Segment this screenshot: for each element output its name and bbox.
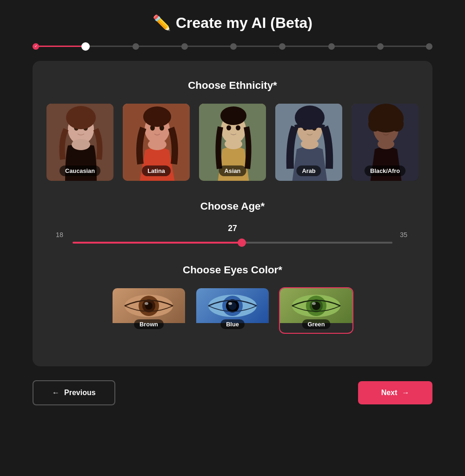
svg-point-15: [226, 126, 231, 131]
svg-point-33: [372, 104, 400, 122]
buttons-row: ← Previous Next →: [33, 380, 432, 405]
arrow-left-icon: ←: [52, 389, 60, 397]
page-title: ✏️ Create my AI (Beta): [153, 14, 312, 32]
ethnicity-title: Choose Ethnicity*: [51, 79, 414, 92]
green-eye-svg: [288, 292, 344, 320]
eyes-title: Choose Eyes Color*: [51, 264, 414, 276]
ethnicity-section: Choose Ethnicity*: [51, 79, 414, 182]
svg-point-6: [66, 106, 96, 129]
svg-point-17: [225, 139, 242, 149]
eye-card-green[interactable]: Green: [279, 287, 353, 334]
age-min: 18: [56, 231, 65, 238]
age-section: Choose Age* 18 27 35: [51, 200, 414, 245]
blue-eye-label: Blue: [220, 319, 245, 329]
ethnicity-card-latina[interactable]: Latina: [122, 103, 191, 182]
step-4-dot: [181, 43, 188, 50]
progress-track: ✓: [33, 46, 432, 47]
svg-point-29: [378, 139, 394, 149]
blue-eye-svg: [205, 292, 260, 320]
blue-eye-image: [196, 288, 269, 323]
svg-point-16: [236, 126, 240, 131]
main-card: Choose Ethnicity*: [33, 61, 432, 366]
age-current-value: 27: [73, 224, 392, 233]
slider-container: 18 27 35: [51, 224, 414, 245]
step-5-dot: [230, 43, 237, 50]
age-title: Choose Age*: [51, 200, 414, 212]
step-3-dot: [133, 43, 139, 50]
step-2-dot: [81, 42, 90, 51]
arab-label: Arab: [296, 165, 321, 176]
step-8-dot: [377, 43, 384, 50]
ethnicity-card-caucasian[interactable]: Caucasian: [46, 103, 114, 182]
step-7-dot: [328, 43, 335, 50]
eye-card-brown[interactable]: Brown: [112, 287, 186, 334]
svg-point-23: [301, 139, 319, 149]
svg-point-12: [143, 106, 171, 127]
age-slider[interactable]: [73, 242, 392, 244]
brown-eye-label: Brown: [134, 319, 164, 329]
svg-point-11: [148, 139, 166, 150]
step-9-dot: [426, 43, 432, 50]
svg-point-48: [312, 302, 316, 305]
ethnicity-grid: Caucasian: [51, 103, 414, 182]
asian-label: Asian: [219, 165, 246, 176]
svg-point-43: [228, 302, 232, 305]
svg-point-5: [72, 139, 90, 150]
slider-wrapper: 27: [73, 224, 392, 245]
brown-eye-image: [113, 288, 185, 323]
green-eye-label: Green: [302, 319, 331, 329]
previous-button[interactable]: ← Previous: [33, 380, 115, 405]
eyes-section: Choose Eyes Color* Brown: [51, 264, 414, 334]
age-max: 35: [400, 231, 409, 238]
caucasian-label: Caucasian: [60, 165, 100, 176]
step-1-dot: ✓: [33, 43, 39, 50]
svg-point-38: [145, 302, 148, 305]
ethnicity-card-arab[interactable]: Arab: [274, 103, 343, 182]
ethnicity-card-blackafro[interactable]: Black/Afro: [351, 103, 419, 182]
next-button[interactable]: Next →: [358, 381, 432, 404]
svg-point-18: [220, 106, 246, 125]
ethnicity-card-asian[interactable]: Asian: [198, 103, 267, 182]
step-6-dot: [279, 43, 286, 50]
brown-eye-svg: [121, 292, 177, 320]
green-eye-image: [280, 288, 352, 323]
progress-bar: ✓: [33, 46, 432, 47]
edit-icon: ✏️: [153, 14, 171, 32]
eyes-grid: Brown Blue: [51, 287, 414, 334]
latina-label: Latina: [142, 165, 171, 176]
arrow-right-icon: →: [402, 389, 409, 397]
step-dots: ✓: [33, 42, 432, 51]
eye-card-blue[interactable]: Blue: [195, 287, 270, 334]
blackafro-label: Black/Afro: [365, 165, 405, 176]
